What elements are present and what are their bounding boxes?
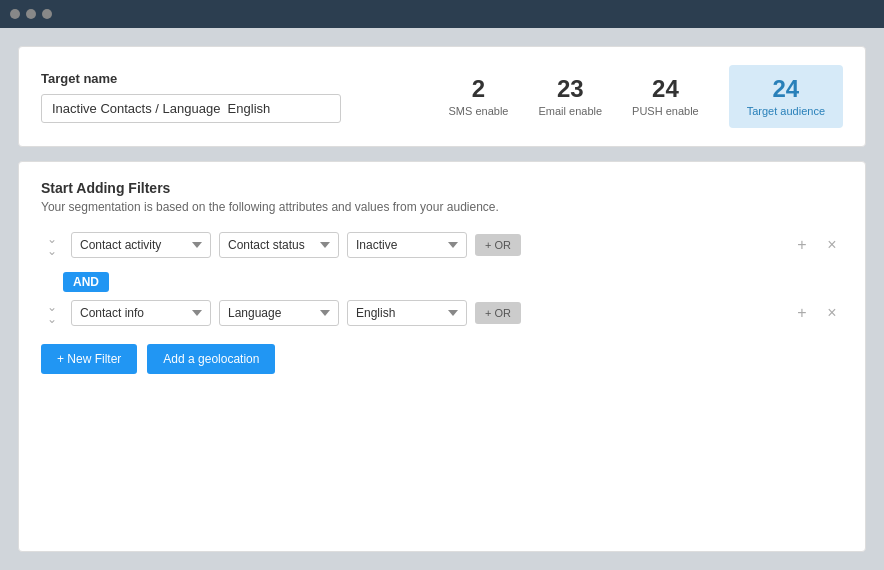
stat-sms: 2 SMS enable	[449, 75, 509, 118]
filter-row2-or-button[interactable]: + OR	[475, 302, 521, 324]
filter-row1-col2[interactable]: Contact status Language	[219, 232, 339, 258]
filter-row-1: ⌄ ⌄ Contact activity Contact info Contac…	[41, 232, 843, 258]
filters-subtitle: Your segmentation is based on the follow…	[41, 200, 843, 214]
top-card: Target name 2 SMS enable 23 Email enable…	[18, 46, 866, 147]
add-geolocation-button[interactable]: Add a geolocation	[147, 344, 275, 374]
filter-row-2: ⌄ ⌄ Contact activity Contact info Contac…	[41, 300, 843, 326]
stat-email-label: Email enable	[538, 105, 602, 117]
and-badge: AND	[63, 272, 109, 292]
stat-target-audience: 24 Target audience	[729, 65, 843, 128]
filter-row2-add-button[interactable]: +	[791, 304, 813, 322]
stat-push: 24 PUSH enable	[632, 75, 699, 118]
bottom-actions: + New Filter Add a geolocation	[41, 344, 843, 374]
filter-row1-col3[interactable]: Inactive Active	[347, 232, 467, 258]
window-dot-2	[26, 9, 36, 19]
filter-row1-col1[interactable]: Contact activity Contact info	[71, 232, 211, 258]
filter-row2-remove-button[interactable]: ×	[821, 304, 843, 322]
filter-row1-add-button[interactable]: +	[791, 236, 813, 254]
filters-card: Start Adding Filters Your segmentation i…	[18, 161, 866, 552]
chevron-row2: ⌄ ⌄	[41, 301, 63, 325]
filter-row2-col2[interactable]: Contact status Language	[219, 300, 339, 326]
filter-row2-col3[interactable]: English Spanish French	[347, 300, 467, 326]
filter-row2-col1[interactable]: Contact activity Contact info	[71, 300, 211, 326]
stats-section: 2 SMS enable 23 Email enable 24 PUSH ena…	[449, 65, 843, 128]
filter-row1-remove-button[interactable]: ×	[821, 236, 843, 254]
window-dot-3	[42, 9, 52, 19]
stat-push-number: 24	[632, 75, 699, 103]
stat-push-label: PUSH enable	[632, 105, 699, 117]
main-content: Target name 2 SMS enable 23 Email enable…	[0, 28, 884, 570]
chevron-row1: ⌄ ⌄	[41, 233, 63, 257]
target-name-input[interactable]	[41, 94, 341, 123]
stat-email: 23 Email enable	[538, 75, 602, 118]
target-name-section: Target name	[41, 71, 419, 123]
stat-target-number: 24	[747, 75, 825, 103]
stat-sms-label: SMS enable	[449, 105, 509, 117]
new-filter-button[interactable]: + New Filter	[41, 344, 137, 374]
window-dot-1	[10, 9, 20, 19]
stat-target-label: Target audience	[747, 105, 825, 117]
stat-email-number: 23	[538, 75, 602, 103]
title-bar	[0, 0, 884, 28]
stat-sms-number: 2	[449, 75, 509, 103]
target-name-label: Target name	[41, 71, 419, 86]
filter-row1-or-button[interactable]: + OR	[475, 234, 521, 256]
filters-title: Start Adding Filters	[41, 180, 843, 196]
